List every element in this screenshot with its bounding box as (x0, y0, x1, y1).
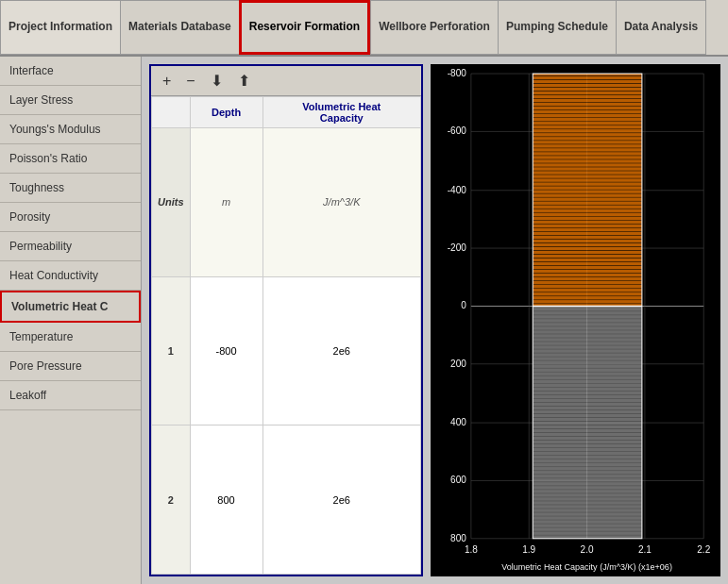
svg-rect-20 (533, 306, 642, 538)
svg-rect-19 (533, 74, 642, 306)
svg-text:-600: -600 (448, 125, 467, 136)
cell-depth-1[interactable]: -800 (190, 276, 262, 425)
tab-materials-database[interactable]: Materials Database (120, 0, 239, 55)
cell-vol-heat-2[interactable]: 2e6 (262, 425, 420, 575)
svg-text:600: 600 (450, 475, 466, 485)
sidebar-item-interface[interactable]: Interface (0, 57, 141, 86)
upload-button[interactable]: ⬆ (234, 70, 254, 92)
tab-data-analysis[interactable]: Data Analysis (616, 0, 706, 55)
units-label: Units (152, 128, 191, 277)
tab-pumping-schedule[interactable]: Pumping Schedule (498, 0, 616, 55)
sidebar: Interface Layer Stress Youngs's Modulus … (0, 57, 142, 584)
data-table: Depth Volumetric HeatCapacity Units m (151, 96, 421, 575)
remove-row-button[interactable]: − (182, 71, 198, 92)
svg-text:1.8: 1.8 (465, 544, 478, 555)
chart-svg: -800 -600 -400 -200 0 200 400 600 800 1.… (431, 64, 720, 576)
units-volumetric-heat[interactable]: J/m^3/K (262, 128, 420, 277)
sidebar-item-porosity[interactable]: Porosity (0, 203, 141, 232)
table-row: 1 -800 2e6 (152, 276, 421, 425)
sidebar-item-youngs-modulus[interactable]: Youngs's Modulus (0, 115, 141, 144)
svg-text:400: 400 (450, 417, 466, 427)
sidebar-item-leakoff[interactable]: Leakoff (0, 381, 141, 410)
svg-text:-400: -400 (448, 185, 467, 195)
row-index-2: 2 (152, 425, 191, 575)
sidebar-item-layer-stress[interactable]: Layer Stress (0, 86, 141, 115)
tab-bar: Project Information Materials Database R… (0, 0, 728, 57)
svg-text:-800: -800 (448, 68, 467, 78)
svg-text:-200: -200 (448, 242, 467, 253)
svg-text:200: 200 (450, 359, 466, 369)
toolbar: + − ⬇ ⬆ (151, 66, 421, 96)
tab-wellbore-perforation[interactable]: Wellbore Perforation (370, 0, 498, 55)
sidebar-item-permeability[interactable]: Permeability (0, 232, 141, 261)
download-button[interactable]: ⬇ (207, 70, 227, 92)
svg-text:2.2: 2.2 (697, 544, 710, 555)
cell-depth-2[interactable]: 800 (190, 425, 262, 575)
sidebar-item-volumetric-heat-c[interactable]: Volumetric Heat C (0, 291, 141, 323)
tab-project-information[interactable]: Project Information (0, 0, 120, 55)
svg-text:2.0: 2.0 (581, 544, 594, 555)
svg-text:2.1: 2.1 (638, 544, 652, 555)
svg-text:1.9: 1.9 (522, 544, 535, 555)
units-depth[interactable]: m (190, 128, 262, 277)
sidebar-item-poissons-ratio[interactable]: Poisson's Ratio (0, 144, 141, 174)
sidebar-item-heat-conductivity[interactable]: Heat Conductivity (0, 261, 141, 291)
svg-text:Volumetric Heat Capacity (J/m^: Volumetric Heat Capacity (J/m^3/K) (x1e+… (501, 562, 672, 572)
main-layout: Interface Layer Stress Youngs's Modulus … (0, 57, 728, 584)
tab-reservoir-formation[interactable]: Reservoir Formation (239, 0, 370, 55)
sidebar-item-temperature[interactable]: Temperature (0, 323, 141, 352)
add-row-button[interactable]: + (159, 71, 175, 92)
sidebar-item-pore-pressure[interactable]: Pore Pressure (0, 352, 141, 381)
table-row: 2 800 2e6 (152, 425, 421, 575)
col-header-depth: Depth (190, 97, 262, 128)
row-index-1: 1 (152, 276, 191, 425)
chart-panel: -800 -600 -400 -200 0 200 400 600 800 1.… (431, 64, 720, 576)
cell-vol-heat-1[interactable]: 2e6 (262, 276, 420, 425)
svg-text:0: 0 (461, 300, 466, 310)
col-header-index (152, 97, 191, 128)
col-header-volumetric-heat: Volumetric HeatCapacity (262, 97, 420, 128)
units-row: Units m J/m^3/K (152, 128, 421, 277)
svg-text:800: 800 (450, 533, 466, 543)
content-area: + − ⬇ ⬆ Depth Volumetric HeatCapacity (142, 57, 728, 584)
table-panel: + − ⬇ ⬆ Depth Volumetric HeatCapacity (149, 64, 423, 576)
sidebar-item-toughness[interactable]: Toughness (0, 174, 141, 203)
